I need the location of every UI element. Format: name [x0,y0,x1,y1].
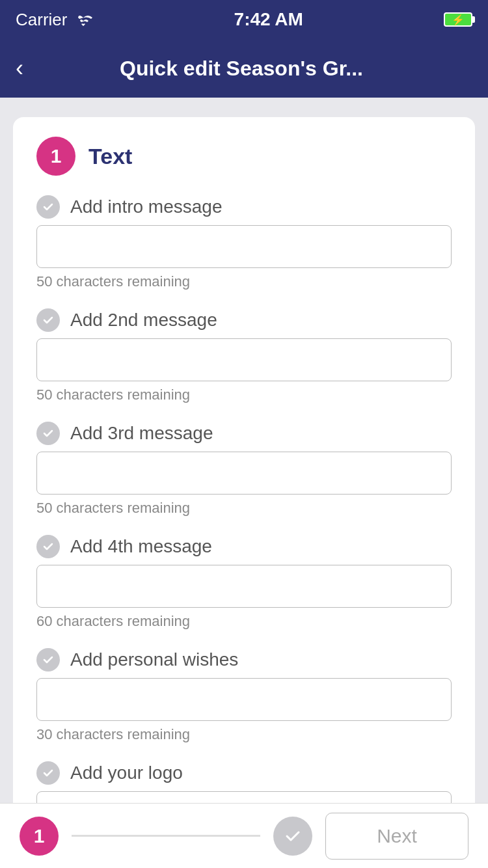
input-second[interactable] [36,338,452,381]
field-label-fourth: Add 4th message [70,536,212,557]
nav-title: Quick edit Season's Gr... [36,57,446,81]
field-header-third: Add 3rd message [36,422,452,445]
field-third: Add 3rd message 50 characters remaining [36,422,452,517]
bottom-step-badge: 1 [20,817,59,856]
field-label-second: Add 2nd message [70,310,217,331]
check-icon-wishes [36,648,60,671]
nav-bar: ‹ Quick edit Season's Gr... [0,39,488,98]
input-fourth[interactable] [36,565,452,608]
input-third[interactable] [36,452,452,495]
check-icon-logo [36,761,60,785]
field-fourth: Add 4th message 60 characters remaining [36,535,452,630]
field-header-logo: Add your logo [36,761,452,785]
chars-remaining-wishes: 30 characters remaining [36,726,452,743]
input-intro[interactable] [36,225,452,268]
status-bar-right: ⚡ [444,12,472,27]
field-header-wishes: Add personal wishes [36,648,452,671]
field-header-second: Add 2nd message [36,308,452,332]
back-button[interactable]: ‹ [16,57,23,80]
field-second: Add 2nd message 50 characters remaining [36,308,452,403]
chars-remaining-third: 50 characters remaining [36,500,452,517]
progress-line [72,835,260,837]
bottom-bar: 1 Next [0,803,488,868]
check-icon-third [36,422,60,445]
bottom-check-icon [273,817,312,856]
status-time: 7:42 AM [234,9,303,30]
next-button[interactable]: Next [325,813,468,860]
battery-icon: ⚡ [444,12,472,27]
section-title: Text [88,144,132,169]
check-icon-second [36,308,60,332]
input-wishes[interactable] [36,678,452,721]
form-card: 1 Text Add intro message 50 characters r… [13,117,475,868]
field-label-wishes: Add personal wishes [70,649,238,670]
field-header-fourth: Add 4th message [36,535,452,558]
status-bar-left: Carrier [16,10,93,30]
step-badge: 1 [36,137,75,176]
field-intro: Add intro message 50 characters remainin… [36,195,452,290]
field-wishes: Add personal wishes 30 characters remain… [36,648,452,743]
status-bar: Carrier 7:42 AM ⚡ [0,0,488,39]
field-label-third: Add 3rd message [70,423,213,444]
field-label-logo: Add your logo [70,763,183,783]
field-header-intro: Add intro message [36,195,452,219]
battery-bolt: ⚡ [452,14,465,26]
wifi-icon [74,12,93,27]
section-header: 1 Text [36,137,452,176]
main-content: 1 Text Add intro message 50 characters r… [0,98,488,868]
chars-remaining-intro: 50 characters remaining [36,273,452,290]
chars-remaining-fourth: 60 characters remaining [36,613,452,630]
carrier-label: Carrier [16,10,67,30]
check-icon-intro [36,195,60,219]
field-label-intro: Add intro message [70,197,222,217]
check-icon-fourth [36,535,60,558]
chars-remaining-second: 50 characters remaining [36,387,452,403]
